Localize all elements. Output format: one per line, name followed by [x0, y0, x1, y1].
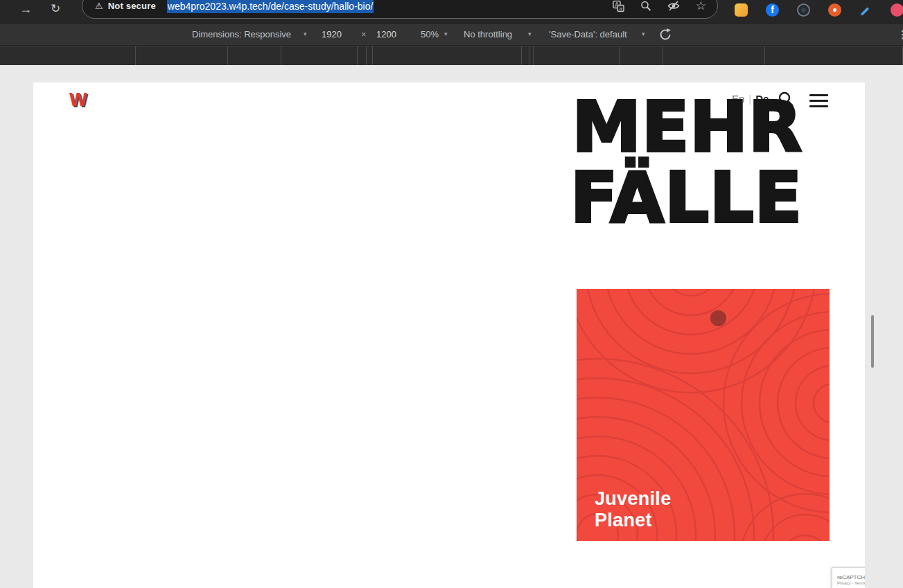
chevron-down-icon[interactable]: ▾ — [642, 24, 645, 45]
website-page: W En|De MEHR FÄLLE — [33, 82, 865, 588]
page-heading: MEHR FÄLLE — [570, 92, 803, 233]
card-title[interactable]: Juvenile Planet — [595, 488, 671, 531]
dimensions-dropdown[interactable]: Dimensions: Responsive — [192, 24, 291, 45]
recaptcha-badge[interactable]: reCAPTCHA Privacy - Terms — [832, 567, 865, 588]
security-label[interactable]: Not secure — [108, 1, 156, 11]
url-text[interactable]: web4pro2023.w4p.tech/de/case-study/hallo… — [167, 1, 374, 12]
browser-toolbar: → ↻ ⚠ Not secure web4pro2023.w4p.tech/de… — [0, 0, 903, 23]
facebook-extension-icon[interactable]: f — [766, 3, 779, 17]
extensions-row: f — [735, 1, 903, 19]
devtools-device-toolbar: Dimensions: Responsive ▾ 1920 × 1200 50%… — [0, 23, 903, 46]
search-sidebar-icon[interactable] — [640, 1, 651, 12]
extension-icon-pink[interactable] — [891, 3, 903, 17]
scrollbar-thumb[interactable] — [871, 315, 874, 368]
media-query-bar — [0, 46, 903, 65]
bookmark-star-icon[interactable]: ☆ — [696, 1, 706, 12]
chevron-down-icon[interactable]: ▾ — [528, 24, 532, 45]
media-query-segment[interactable] — [358, 46, 367, 65]
media-query-segment[interactable] — [0, 46, 136, 65]
throttling-dropdown[interactable]: No throttling — [464, 24, 512, 45]
recaptcha-brand: reCAPTCHA — [837, 574, 865, 580]
forward-icon[interactable]: → — [19, 1, 32, 17]
media-query-segment[interactable] — [367, 46, 373, 65]
site-logo[interactable]: W — [69, 89, 87, 111]
address-bar[interactable]: ⚠ Not secure web4pro2023.w4p.tech/de/cas… — [82, 0, 718, 19]
eye-off-icon[interactable] — [667, 1, 680, 12]
hamburger-menu-icon[interactable] — [809, 94, 828, 107]
save-data-dropdown[interactable]: 'Save-Data': default — [549, 24, 627, 45]
media-query-segment[interactable] — [281, 46, 358, 65]
chevron-down-icon[interactable]: ▾ — [444, 24, 448, 45]
heading-line-1: MEHR — [570, 92, 803, 163]
media-query-segment[interactable] — [765, 46, 903, 65]
media-query-segment[interactable] — [534, 46, 620, 65]
translate-icon[interactable]: A a — [613, 0, 624, 12]
extension-icon-orange[interactable] — [828, 3, 841, 17]
warning-icon: ⚠ — [95, 1, 103, 11]
more-options-icon[interactable]: ⋮ — [897, 24, 903, 45]
dimension-separator-icon: × — [361, 24, 367, 45]
media-query-segment[interactable] — [228, 46, 281, 65]
card-title-line-2: Planet — [595, 510, 671, 531]
heading-line-2: FÄLLE — [570, 163, 803, 233]
svg-text:a: a — [619, 6, 622, 11]
map-marker-dot — [710, 310, 726, 326]
device-viewport: W En|De MEHR FÄLLE — [0, 65, 903, 588]
address-bar-actions: A a ☆ — [613, 0, 706, 12]
card-title-line-1: Juvenile — [595, 488, 671, 510]
url-selected-text[interactable]: web4pro2023.w4p.tech/de/case-study/hallo… — [167, 0, 374, 13]
viewport-width-input[interactable]: 1920 — [322, 24, 342, 45]
recaptcha-links[interactable]: Privacy - Terms — [837, 580, 865, 586]
reload-icon[interactable]: ↻ — [51, 1, 60, 17]
pen-extension-icon[interactable] — [859, 3, 873, 17]
viewport-height-input[interactable]: 1200 — [376, 24, 396, 45]
media-query-segment[interactable] — [620, 46, 663, 65]
chevron-down-icon[interactable]: ▾ — [304, 24, 307, 45]
case-study-card[interactable]: Juvenile Planet — [577, 289, 830, 541]
recaptcha-text: reCAPTCHA Privacy - Terms — [832, 574, 865, 586]
media-query-segment[interactable] — [373, 46, 522, 65]
extension-icon-yellow[interactable] — [735, 3, 748, 17]
media-query-segment[interactable] — [136, 46, 228, 65]
media-query-segment[interactable] — [522, 46, 529, 65]
media-query-segment[interactable] — [663, 46, 765, 65]
zoom-dropdown[interactable]: 50% — [421, 24, 439, 45]
extension-icon-dark-circle[interactable] — [797, 3, 810, 17]
